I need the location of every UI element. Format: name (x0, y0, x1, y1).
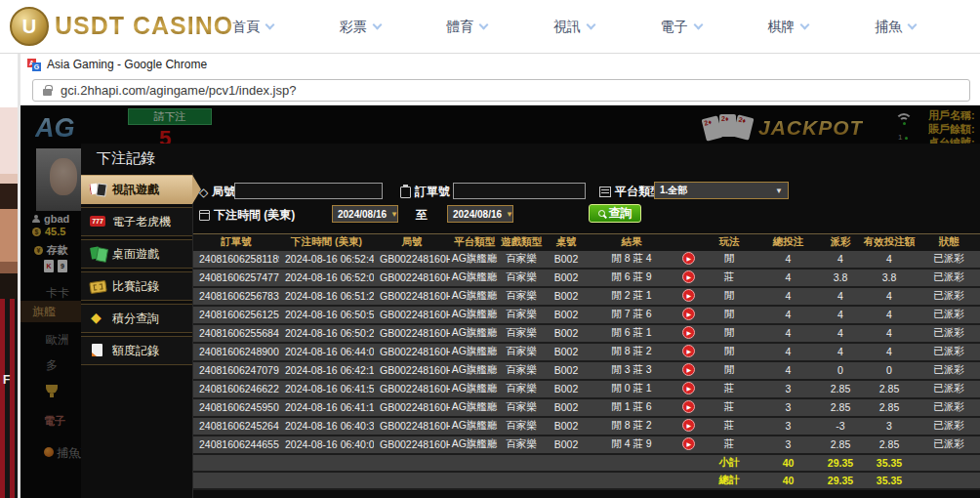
play-video-button[interactable] (682, 363, 695, 376)
bet-table-header-row: 訂單號下注時間 (美東)局號平台類型遊戲類型桌號結果玩法總投注派彩有效投注額狀態 (193, 234, 980, 251)
bet-row: 240816062466225 2024-08-16 06:41:52 GB00… (193, 380, 980, 398)
main-nav: 首頁 彩票 體育 視訊 電子 棋牌 捕魚 (232, 0, 916, 54)
date-to-select[interactable]: 2024/08/16 ▼ (447, 205, 513, 223)
bet-row: 240816062470794 2024-08-16 06:42:15 GB00… (193, 361, 980, 380)
bet-row: 240816062581189 2024-08-16 06:52:40 GB00… (193, 251, 980, 269)
column-header: 有效投注額 (861, 234, 918, 251)
chevron-down-icon (587, 21, 596, 30)
site-logo-text: USDT CASINO (55, 12, 233, 40)
subtotal-row: 小計 40 29.35 35.35 (193, 454, 980, 472)
url-text: gci.2hhapi.com/agingame/pcv1/index.jsp? (61, 83, 296, 98)
calendar-icon (199, 210, 210, 221)
clipboard-icon (400, 187, 411, 198)
match-record-icon (90, 279, 105, 293)
chevron-down-icon (693, 21, 703, 30)
bet-records-modal: 下注記錄 視訊遊戲 電子老虎機 桌面遊戲 比賽記錄 積分查詢 額度記錄 (81, 144, 980, 498)
nav-item-6[interactable]: 捕魚 (875, 19, 916, 36)
platform-type-label: 平台類型 (599, 184, 662, 200)
bet-table: 訂單號下注時間 (美東)局號平台類型遊戲類型桌號結果玩法總投注派彩有效投注額狀態… (193, 233, 980, 490)
bet-time-label: 下注時間 (美東) (199, 207, 295, 224)
play-video-button[interactable] (682, 252, 695, 265)
play-video-button[interactable] (682, 345, 695, 357)
nav-item-0[interactable]: 首頁 (232, 19, 273, 36)
chevron-down-icon (265, 21, 275, 30)
column-header: 狀態 (918, 234, 980, 251)
round-icon: ◇ (199, 186, 208, 199)
play-video-button[interactable] (682, 400, 695, 413)
sidebar-item-5[interactable]: 額度記錄 (81, 336, 192, 365)
search-button[interactable]: 查詢 (589, 204, 641, 223)
modal-main: ◇ 局號 訂單號 平台類型 1.全部 ▼ (193, 173, 980, 498)
window-title: Asia Gaming - Google Chrome (47, 58, 207, 71)
column-header: 訂單號 (193, 234, 279, 251)
round-label: ◇ 局號 (199, 184, 235, 200)
play-video-button[interactable] (682, 308, 695, 320)
site-logo-coin: U (10, 7, 49, 46)
bet-row: 240816062561255 2024-08-16 06:50:51 GB00… (193, 306, 980, 324)
chevron-down-icon (907, 21, 917, 30)
bet-row: 240816062489001 2024-08-16 06:44:00 GB00… (193, 343, 980, 361)
search-icon (598, 210, 605, 217)
nav-item-1[interactable]: 彩票 (340, 19, 381, 36)
nav-item-2[interactable]: 體育 (446, 19, 487, 36)
background-footballer-image (0, 107, 18, 498)
bet-table-body: 240816062581189 2024-08-16 06:52:40 GB00… (193, 251, 980, 489)
chrome-window: A G Asia Gaming - Google Chrome gci.2hha… (18, 54, 980, 498)
modal-title: 下注記錄 (81, 144, 980, 173)
points-icon (90, 311, 105, 325)
chevron-down-icon (372, 21, 382, 30)
bet-row: 240816062574779 2024-08-16 06:52:02 GB00… (193, 269, 980, 287)
round-input[interactable] (234, 183, 383, 199)
chevron-down-icon (479, 21, 489, 30)
video-cards-icon (90, 183, 105, 196)
bet-row: 240816062567832 2024-08-16 06:51:24 GB00… (193, 287, 980, 306)
nav-item-4[interactable]: 電子 (661, 19, 702, 36)
column-header: 桌號 (544, 234, 589, 251)
dropdown-arrow-icon: ▼ (775, 187, 783, 195)
chrome-urlbar: gci.2hhapi.com/agingame/pcv1/index.jsp? (20, 75, 980, 105)
column-header: 總投注 (756, 234, 820, 251)
quota-icon (90, 344, 105, 357)
asia-gaming-favicon: A G (27, 59, 41, 71)
play-video-button[interactable] (682, 270, 695, 283)
sidebar-item-0[interactable]: 視訊遊戲 (81, 175, 192, 204)
column-header: 派彩 (820, 234, 861, 251)
nav-item-3[interactable]: 視訊 (553, 19, 594, 36)
column-header: 平台類型 (450, 234, 499, 251)
play-video-button[interactable] (682, 437, 695, 450)
order-label: 訂單號 (400, 184, 450, 200)
play-video-button[interactable] (682, 289, 695, 302)
dropdown-arrow-icon: ▼ (506, 210, 513, 219)
column-header: 結果 (589, 234, 674, 251)
list-icon (599, 187, 611, 197)
bet-row: 240816062459507 2024-08-16 06:41:16 GB00… (193, 398, 980, 417)
play-video-button[interactable] (682, 382, 695, 394)
bet-row: 240816062556840 2024-08-16 06:50:23 GB00… (193, 324, 980, 343)
column-header: 局號 (374, 234, 450, 251)
chevron-down-icon (800, 21, 810, 30)
url-bar[interactable]: gci.2hhapi.com/agingame/pcv1/index.jsp? (32, 79, 970, 102)
sidebar-item-4[interactable]: 積分查詢 (81, 304, 192, 333)
bet-row: 240816062452649 2024-08-16 06:40:38 GB00… (193, 417, 980, 436)
play-video-button[interactable] (682, 326, 695, 339)
column-header: 遊戲類型 (499, 234, 544, 251)
lock-icon (43, 89, 52, 96)
sidebar-item-1[interactable]: 電子老虎機 (81, 207, 192, 236)
date-to-label: 至 (416, 207, 428, 224)
order-input[interactable] (453, 183, 586, 199)
date-from-select[interactable]: 2024/08/16 ▼ (332, 205, 398, 223)
sidebar-item-2[interactable]: 桌面遊戲 (81, 239, 192, 269)
column-header: 下注時間 (美東) (279, 234, 374, 251)
dropdown-arrow-icon: ▼ (390, 210, 398, 219)
platform-type-select[interactable]: 1.全部 ▼ (654, 182, 789, 199)
sidebar-item-3[interactable]: 比賽記錄 (81, 271, 192, 301)
chrome-titlebar: A G Asia Gaming - Google Chrome (20, 54, 980, 75)
site-header: U USDT CASINO 首頁 彩票 體育 視訊 電子 棋牌 捕魚 (0, 0, 980, 54)
play-video-button[interactable] (682, 419, 695, 432)
total-row: 總計 40 29.35 35.35 (193, 472, 980, 489)
nav-item-5[interactable]: 棋牌 (767, 19, 808, 36)
column-header (674, 234, 702, 251)
column-header: 玩法 (702, 234, 756, 251)
bet-row: 240816062446558 2024-08-16 06:40:06 GB00… (193, 436, 980, 454)
table-games-icon (90, 247, 105, 261)
